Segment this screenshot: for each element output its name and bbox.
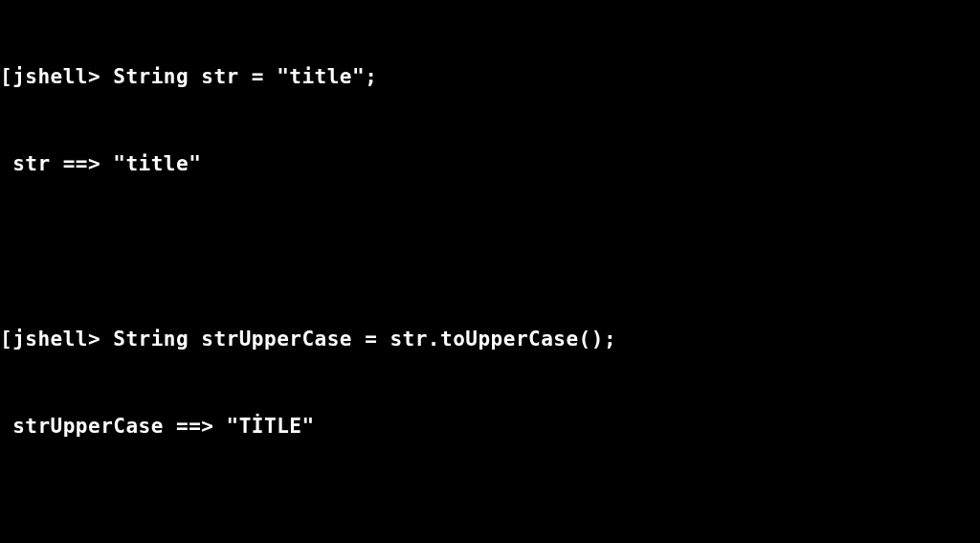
- terminal-output: str ==> "title": [0, 149, 980, 178]
- terminal-line: [jshell> String str = "title";: [0, 62, 980, 91]
- prompt: [jshell>: [0, 328, 113, 351]
- terminal[interactable]: [jshell> String str = "title"; str ==> "…: [0, 4, 980, 543]
- terminal-line: [jshell> String strUpperCase = str.toUpp…: [0, 325, 980, 353]
- command-text: String str = "title";: [113, 65, 377, 88]
- command-text: String strUpperCase = str.toUpperCase();: [113, 328, 616, 351]
- blank-line: [0, 499, 980, 528]
- prompt: [jshell>: [0, 65, 113, 88]
- terminal-output: strUpperCase ==> "TİTLE": [0, 412, 980, 441]
- blank-line: [0, 238, 980, 266]
